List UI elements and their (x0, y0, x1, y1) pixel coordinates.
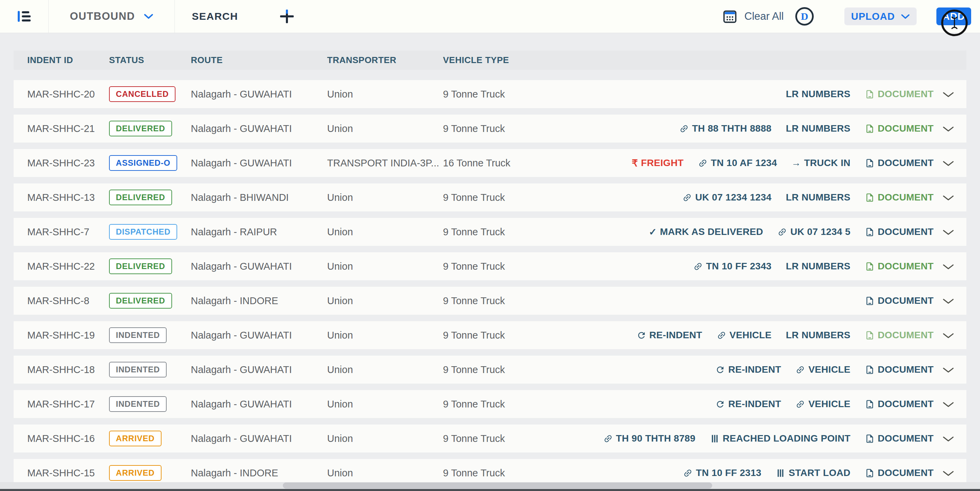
horizontal-scrollbar-thumb[interactable] (283, 483, 712, 489)
route: Nalagarh - GUWAHATI (191, 89, 327, 100)
tn-10-ff-2343-action[interactable]: TN 10 FF 2343 (693, 261, 772, 272)
indent-id: MAR-SHHC-7 (27, 226, 109, 238)
d-badge-button[interactable]: D (795, 7, 814, 26)
vehicle-type: 16 Tonne Truck (443, 158, 545, 169)
re-indent-action[interactable]: RE-INDENT (715, 399, 781, 410)
indent-id: MAR-SHHC-19 (27, 330, 109, 341)
document-icon (865, 193, 875, 202)
table-row[interactable]: MAR-SHHC-22 DELIVERED Nalagarh - GUWAHAT… (14, 252, 966, 280)
document-action[interactable]: DOCUMENT (865, 295, 934, 306)
vehicle-action[interactable]: VEHICLE (795, 364, 850, 375)
document-icon (865, 158, 875, 168)
search-tab[interactable]: SEARCH (192, 11, 238, 22)
chevron-down-icon (942, 89, 954, 100)
document-action[interactable]: DOCUMENT (865, 89, 934, 100)
transporter: TRANSPORT INDIA-3P... (327, 158, 443, 169)
document-action[interactable]: DOCUMENT (865, 467, 934, 478)
clear-all-button[interactable]: Clear All (722, 8, 784, 24)
tn-10-ff-2313-action[interactable]: TN 10 FF 2313 (683, 467, 761, 478)
table-row[interactable]: MAR-SHHC-19 INDENTED Nalagarh - GUWAHATI… (14, 321, 966, 349)
expand-row-button[interactable] (934, 364, 954, 375)
row-actions: TH 88 THTH 8888LR NUMBERSDOCUMENT (545, 123, 934, 134)
lr-numbers-action[interactable]: LR NUMBERS (786, 261, 851, 272)
rupee-icon: ₹ (632, 158, 638, 169)
lr-numbers-action[interactable]: LR NUMBERS (786, 192, 851, 203)
vehicle-action[interactable]: VEHICLE (717, 330, 772, 341)
route: Nalagarh - GUWAHATI (191, 158, 327, 169)
outbound-label: OUTBOUND (70, 10, 135, 22)
add-search-button[interactable] (279, 8, 295, 24)
status-badge: CANCELLED (109, 86, 175, 102)
expand-row-button[interactable] (934, 158, 954, 169)
document-action[interactable]: DOCUMENT (865, 226, 934, 238)
document-action[interactable]: DOCUMENT (865, 123, 934, 134)
indent-id: MAR-SHHC-23 (27, 158, 109, 169)
document-action[interactable]: DOCUMENT (865, 158, 934, 169)
status-badge: INDENTED (109, 362, 167, 378)
menu-button[interactable] (0, 0, 49, 33)
status-badge: DISPATCHED (109, 224, 177, 240)
reached-loading-point-action[interactable]: REACHED LOADING POINT (710, 433, 851, 444)
tn-10-af-1234-action[interactable]: TN 10 AF 1234 (698, 158, 777, 169)
document-action[interactable]: DOCUMENT (865, 399, 934, 410)
outbound-dropdown[interactable]: OUTBOUND (49, 0, 175, 33)
expand-row-button[interactable] (934, 192, 954, 203)
document-action[interactable]: DOCUMENT (865, 192, 934, 203)
transporter: Union (327, 295, 443, 306)
search-tab-group: SEARCH (175, 0, 295, 33)
action-label: UK 07 1234 1234 (695, 192, 772, 203)
status-badge: ARRIVED (109, 430, 162, 446)
freight-action[interactable]: ₹FREIGHT (632, 158, 684, 169)
expand-row-button[interactable] (934, 89, 954, 100)
indent-id: MAR-SHHC-16 (27, 433, 109, 444)
document-action[interactable]: DOCUMENT (865, 433, 934, 444)
reindent-icon (715, 365, 725, 375)
arrow-icon: → (791, 158, 801, 169)
expand-row-button[interactable] (934, 226, 954, 238)
document-action[interactable]: DOCUMENT (865, 261, 934, 272)
action-label: TN 10 FF 2313 (696, 467, 761, 478)
table-row[interactable]: MAR-SHHC-23 ASSIGNED-O Nalagarh - GUWAHA… (14, 149, 966, 177)
lr-numbers-action[interactable]: LR NUMBERS (786, 89, 851, 100)
th-88-thth-8888-action[interactable]: TH 88 THTH 8888 (679, 123, 772, 134)
truck-in-action[interactable]: →TRUCK IN (791, 158, 850, 169)
expand-row-button[interactable] (934, 261, 954, 272)
expand-row-button[interactable] (934, 295, 954, 306)
expand-row-button[interactable] (934, 433, 954, 444)
re-indent-action[interactable]: RE-INDENT (636, 330, 702, 341)
lr-numbers-action[interactable]: LR NUMBERS (786, 123, 851, 134)
horizontal-scrollbar-track[interactable] (0, 482, 980, 489)
document-action[interactable]: DOCUMENT (865, 330, 934, 341)
expand-row-button[interactable] (934, 467, 954, 479)
start-load-action[interactable]: START LOAD (776, 467, 850, 478)
uk-07-1234-5-action[interactable]: UK 07 1234 5 (777, 226, 850, 238)
chevron-down-icon (942, 123, 954, 134)
link-icon (714, 330, 729, 341)
document-action[interactable]: DOCUMENT (865, 364, 934, 375)
vehicle-action[interactable]: VEHICLE (795, 399, 850, 410)
expand-row-button[interactable] (934, 123, 954, 134)
lr-numbers-action[interactable]: LR NUMBERS (786, 330, 851, 341)
table-row[interactable]: MAR-SHHC-17 INDENTED Nalagarh - GUWAHATI… (14, 390, 966, 418)
add-button[interactable]: ADD (936, 8, 971, 25)
re-indent-action[interactable]: RE-INDENT (715, 364, 781, 375)
uk-07-1234-1234-action[interactable]: UK 07 1234 1234 (682, 192, 772, 203)
table-row[interactable]: MAR-SHHC-18 INDENTED Nalagarh - GUWAHATI… (14, 355, 966, 384)
table-row[interactable]: MAR-SHHC-21 DELIVERED Nalagarh - GUWAHAT… (14, 115, 966, 142)
table-row[interactable]: MAR-SHHC-8 DELIVERED Nalagarh - INDORE U… (14, 287, 966, 315)
table-row[interactable]: MAR-SHHC-7 DISPATCHED Nalagarh - RAIPUR … (14, 218, 966, 246)
table-row[interactable]: MAR-SHHC-16 ARRIVED Nalagarh - GUWAHATI … (14, 424, 966, 453)
chevron-down-icon (942, 192, 954, 203)
action-label: DOCUMENT (878, 261, 934, 272)
calendar-icon (722, 8, 738, 24)
upload-button[interactable]: UPLOAD (845, 8, 916, 25)
mark-as-delivered-action[interactable]: ✓MARK AS DELIVERED (649, 226, 763, 238)
action-label: DOCUMENT (878, 330, 934, 341)
route: Nalagarh - INDORE (191, 467, 327, 479)
table-row[interactable]: MAR-SHHC-20 CANCELLED Nalagarh - GUWAHAT… (14, 80, 966, 108)
expand-row-button[interactable] (934, 399, 954, 410)
action-label: DOCUMENT (878, 89, 934, 100)
table-row[interactable]: MAR-SHHC-13 DELIVERED Nalagarh - BHIWAND… (14, 183, 966, 211)
th-90-thth-8789-action[interactable]: TH 90 THTH 8789 (603, 433, 695, 444)
expand-row-button[interactable] (934, 330, 954, 341)
